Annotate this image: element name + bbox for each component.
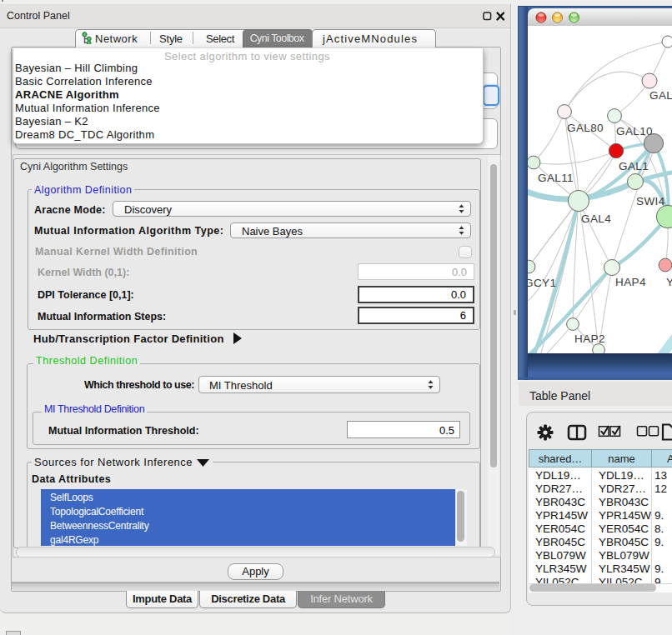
svg-text:HAP2: HAP2 (574, 332, 605, 345)
svg-text:GAL7: GAL7 (649, 89, 672, 102)
svg-text:GAL10: GAL10 (616, 125, 653, 138)
svg-text:GAL80: GAL80 (567, 122, 604, 134)
svg-text:GCY1: GCY1 (528, 277, 556, 289)
svg-text:YM: YM (666, 276, 672, 288)
svg-text:SWI4: SWI4 (636, 195, 665, 208)
svg-text:GAL4: GAL4 (581, 212, 611, 225)
svg-text:GAL11: GAL11 (538, 172, 574, 184)
svg-text:HAP4: HAP4 (615, 276, 646, 288)
svg-text:GAL1: GAL1 (619, 160, 649, 172)
